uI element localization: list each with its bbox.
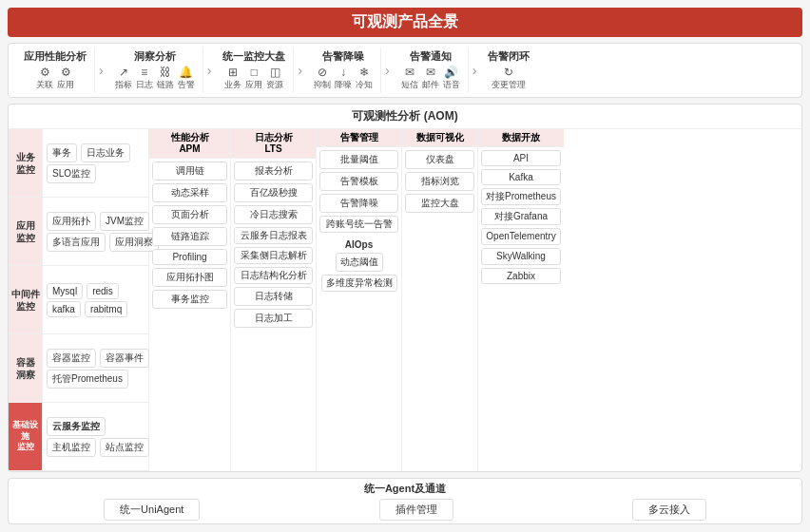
nav-title-0: 应用性能分析 — [24, 49, 87, 64]
lts-item-1[interactable]: 百亿级秒搜 — [234, 183, 313, 202]
nav-icon-label: 资源 — [266, 79, 283, 91]
apm-header: 性能分析 APM — [149, 129, 230, 159]
item-app-topology[interactable]: 应用拓扑 — [47, 212, 96, 231]
left-items-row-4: Mysql redis — [47, 283, 145, 299]
item-container-monitor[interactable]: 容器监控 — [47, 349, 96, 368]
nav-icon-1-0[interactable]: ↗ 指标 — [115, 66, 132, 91]
left-label-0: 业务监控 — [9, 129, 43, 197]
nav-icon-4-0[interactable]: ✉ 短信 — [401, 66, 418, 91]
nav-icon-0-0[interactable]: ⚙ 关联 — [36, 66, 53, 91]
agent-item-1[interactable]: 插件管理 — [379, 499, 453, 521]
nav-title-1: 洞察分析 — [134, 49, 176, 64]
alert-item-3[interactable]: 跨账号统一告警 — [319, 216, 398, 233]
nav-icon-label: 应用 — [245, 79, 262, 91]
apm-item-4[interactable]: Profiling — [152, 249, 227, 265]
apm-item-6[interactable]: 事务监控 — [152, 290, 227, 309]
aiops-item-1[interactable]: 多维度异常检测 — [321, 275, 397, 292]
apm-title: 性能分析 APM — [171, 132, 209, 154]
item-日志业务[interactable]: 日志业务 — [81, 143, 130, 162]
item-site-monitor[interactable]: 站点监控 — [100, 438, 149, 457]
nav-icon-0-1[interactable]: ⚙ 应用 — [57, 66, 74, 91]
aiops-item-0[interactable]: 动态阈值 — [336, 253, 383, 272]
voice-icon: 🔊 — [444, 66, 458, 79]
item-redis[interactable]: redis — [87, 283, 119, 299]
nav-icon-label: 应用 — [57, 79, 74, 91]
left-items-row-0: 事务 日志业务 — [47, 143, 145, 162]
lts-item-2[interactable]: 冷日志搜索 — [234, 205, 313, 224]
apm-item-2[interactable]: 页面分析 — [152, 205, 227, 224]
nav-icon-label: 链路 — [157, 79, 174, 91]
lts-item-3[interactable]: 云服务日志报表 — [234, 227, 313, 244]
arrow-icon: › — [385, 63, 390, 78]
gear-icon: ⚙ — [40, 66, 50, 79]
nav-icon-3-0[interactable]: ⊘ 抑制 — [314, 66, 331, 91]
dataviz-item-1[interactable]: 指标浏览 — [405, 172, 474, 191]
nav-icon-1-2[interactable]: ⛓ 链路 — [157, 66, 174, 91]
alert-icon: 🔔 — [179, 66, 193, 79]
agent-item-0[interactable]: 统一UniAgent — [104, 499, 200, 521]
item-jvm[interactable]: JVM监控 — [100, 212, 149, 231]
alert-item-2[interactable]: 告警降噪 — [319, 194, 398, 213]
dataviz-body: 仪表盘 指标浏览 监控大盘 — [402, 147, 477, 471]
dataopen-item-3[interactable]: 对接Grafana — [481, 208, 561, 225]
item-rabbitmq[interactable]: rabitmq — [85, 301, 127, 317]
item-host-monitor[interactable]: 主机监控 — [47, 438, 96, 457]
apm-item-5[interactable]: 应用拓扑图 — [152, 268, 227, 287]
dataopen-item-5[interactable]: SkyWalking — [481, 248, 561, 265]
nav-icon-2-2[interactable]: ◫ 资源 — [266, 66, 283, 91]
email-icon: ✉ — [426, 66, 435, 79]
dataopen-item-2[interactable]: 对接Prometheus — [481, 188, 561, 205]
apm-item-0[interactable]: 调用链 — [152, 162, 227, 180]
nav-section-2: 统一监控大盘 ⊞ 业务 □ 应用 ◫ 资源 — [215, 48, 294, 93]
agent-bar: 统一Agent及通道 统一UniAgent 插件管理 多云接入 — [8, 478, 802, 524]
app2-icon: □ — [251, 66, 258, 79]
dataopen-item-1[interactable]: Kafka — [481, 169, 561, 185]
agent-items: 统一UniAgent 插件管理 多云接入 — [14, 499, 796, 521]
agent-item-2[interactable]: 多云接入 — [632, 499, 706, 521]
dataopen-item-6[interactable]: Zabbix — [481, 268, 561, 284]
dataopen-item-0[interactable]: API — [481, 150, 561, 166]
item-prometheus[interactable]: 托管Prometheus — [47, 370, 128, 389]
dataopen-item-4[interactable]: OpenTelementry — [481, 228, 561, 245]
nav-icon-1-3[interactable]: 🔔 告警 — [178, 66, 195, 91]
item-slo[interactable]: SLO监控 — [47, 164, 96, 183]
alert-item-1[interactable]: 告警模板 — [319, 172, 398, 191]
lts-item-5[interactable]: 日志结构化分析 — [234, 267, 313, 284]
left-items-row-3: 多语言应用 应用洞察 — [47, 233, 159, 252]
lts-item-7[interactable]: 日志加工 — [234, 309, 313, 328]
lts-item-6[interactable]: 日志转储 — [234, 287, 313, 306]
nav-section-0: 应用性能分析 ⚙ 关联 ⚙ 应用 — [16, 48, 95, 93]
item-container-event[interactable]: 容器事件 — [100, 349, 149, 368]
nav-icon-4-2[interactable]: 🔊 语音 — [443, 66, 460, 91]
arrow-icon: › — [207, 63, 212, 78]
alert-item-0[interactable]: 批量阈值 — [319, 150, 398, 169]
page-title: 可观测产品全景 — [8, 8, 802, 37]
nav-icon-2-0[interactable]: ⊞ 业务 — [224, 66, 241, 91]
nav-icon-3-1[interactable]: ↓ 降噪 — [335, 66, 352, 91]
apm-item-1[interactable]: 动态采样 — [152, 183, 227, 202]
change-icon: ↻ — [504, 66, 513, 79]
item-cloud-monitor[interactable]: 云服务监控 — [47, 417, 106, 436]
nav-icon-3-2[interactable]: ❄ 冷知 — [356, 66, 373, 91]
chain-icon: ⛓ — [160, 66, 171, 79]
nav-icon-5-0[interactable]: ↻ 变更管理 — [492, 66, 526, 91]
aom-title: 可观测性分析 (AOM) — [9, 104, 801, 129]
lts-item-0[interactable]: 报表分析 — [234, 162, 313, 180]
nav-icon-4-1[interactable]: ✉ 邮件 — [422, 66, 439, 91]
item-mysql[interactable]: Mysql — [47, 283, 83, 299]
lts-item-4[interactable]: 采集侧日志解析 — [234, 247, 313, 264]
nav-icon-label: 降噪 — [335, 79, 352, 91]
nav-icon-2-1[interactable]: □ 应用 — [245, 66, 262, 91]
dataviz-item-2[interactable]: 监控大盘 — [405, 194, 474, 213]
nav-icon-1-1[interactable]: ≡ 日志 — [136, 66, 153, 91]
apm-item-3[interactable]: 链路追踪 — [152, 227, 227, 246]
left-items-row-1: SLO监控 — [47, 164, 145, 183]
nav-icons-2: ⊞ 业务 □ 应用 ◫ 资源 — [224, 66, 283, 91]
dataviz-item-0[interactable]: 仪表盘 — [405, 150, 474, 169]
nav-title-4: 告警通知 — [410, 49, 452, 64]
item-kafka[interactable]: kafka — [47, 301, 81, 317]
nav-icon-label: 抑制 — [314, 79, 331, 91]
item-事务[interactable]: 事务 — [47, 143, 77, 162]
item-multilang[interactable]: 多语言应用 — [47, 233, 106, 252]
agent-title: 统一Agent及通道 — [14, 482, 796, 496]
